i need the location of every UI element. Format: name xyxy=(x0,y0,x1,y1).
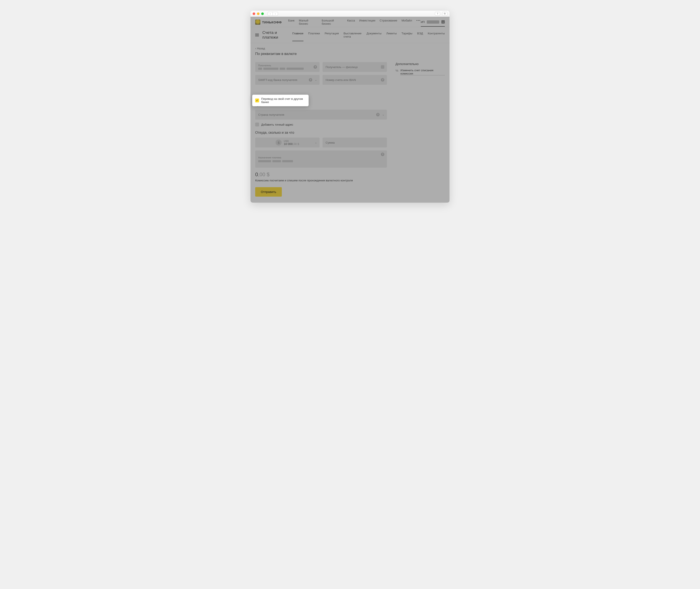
tab-documents[interactable]: Документы xyxy=(366,32,381,41)
tab-ved[interactable]: ВЭД xyxy=(417,32,423,41)
tab-limits[interactable]: Лимиты xyxy=(386,32,397,41)
topnav-item-small-biz[interactable]: Малый бизнес xyxy=(299,19,318,25)
section-from-heading: Откуда, сколько и за что xyxy=(255,131,387,135)
own-account-label: Перевод на свой счет в другом банке xyxy=(261,97,306,104)
help-icon[interactable]: ? xyxy=(381,153,384,156)
window-titlebar: ‹ › ⇪ ⧉ xyxy=(251,11,449,17)
currency-amount-main: 10 000 xyxy=(284,142,293,146)
user-menu[interactable]: ИП ...... ⌄ xyxy=(421,20,445,27)
currency-code: USD xyxy=(284,140,299,142)
window-minimize-button[interactable] xyxy=(257,12,260,15)
topnav-item-big-biz[interactable]: Большой бизнес xyxy=(322,19,343,25)
swift-field[interactable]: SWIFT-код банка получателя ? ⌄ xyxy=(255,75,320,85)
back-link[interactable]: ‹ Назад xyxy=(255,47,445,50)
percent-icon: % xyxy=(395,69,398,72)
window-maximize-button[interactable] xyxy=(261,12,264,15)
recipient-label: Получатель xyxy=(258,64,271,67)
add-address-checkbox[interactable] xyxy=(255,123,259,127)
sum-field[interactable]: Сумма xyxy=(323,138,387,148)
submit-button[interactable]: Отправить xyxy=(255,187,282,197)
topnav-more-icon[interactable]: ••• xyxy=(416,19,420,25)
change-commission-account-link[interactable]: Изменить счет списания комиссии xyxy=(400,69,445,75)
recipient-type-label: Получатель — физлицо xyxy=(326,65,358,69)
tab-counterparties[interactable]: Контрагенты xyxy=(428,32,445,41)
own-account-checkbox-row[interactable]: Перевод на свой счет в другом банке xyxy=(252,95,309,106)
page-title: По реквизитам в валюте xyxy=(255,52,445,56)
tab-reputation[interactable]: Репутация xyxy=(325,32,339,41)
help-icon[interactable]: ? xyxy=(314,65,317,69)
help-icon[interactable]: ? xyxy=(309,78,312,81)
sub-nav: Счета и платежи Главное Платежи Репутаци… xyxy=(251,27,449,43)
topnav-item-bank[interactable]: Банк xyxy=(288,19,295,25)
own-account-checkbox[interactable] xyxy=(255,99,259,103)
sidebar-title: Дополнительно xyxy=(395,62,445,66)
currency-account-field[interactable]: $ USD 10 000,00 $ ⌄ xyxy=(255,138,320,148)
tab-payments[interactable]: Платежи xyxy=(308,32,320,41)
window-close-button[interactable] xyxy=(253,12,255,15)
tabs-button[interactable]: ⧉ xyxy=(442,12,447,16)
tab-tariffs[interactable]: Тарифы xyxy=(401,32,412,41)
top-nav: ТИНЬКОФФ Банк Малый бизнес Большой бизне… xyxy=(251,17,449,27)
recipient-field[interactable]: Получатель ? xyxy=(255,62,320,72)
chevron-down-icon: ⌄ xyxy=(315,78,317,81)
chevron-down-icon: ⌄ xyxy=(382,113,384,116)
currency-amount-decimal: ,00 $ xyxy=(293,142,299,146)
section-title: Счета и платежи xyxy=(262,30,292,40)
tab-invoice[interactable]: Выставление счета xyxy=(344,32,362,41)
hamburger-menu-icon[interactable] xyxy=(255,34,259,36)
brand-name: ТИНЬКОФФ xyxy=(262,20,282,24)
tab-main[interactable]: Главное xyxy=(292,32,304,41)
swift-label: SWIFT-код банка получателя xyxy=(258,78,297,81)
share-button[interactable]: ⇪ xyxy=(435,12,440,16)
recipient-type-field[interactable]: Получатель — физлицо xyxy=(323,62,387,72)
chevron-down-icon: ⌄ xyxy=(315,141,317,144)
topnav-item-mobile[interactable]: Мобайл xyxy=(401,19,412,25)
country-field[interactable]: Страна получателя ? ⌄ xyxy=(255,110,387,120)
total-amount: 0,00 $ xyxy=(255,172,387,178)
add-address-checkbox-row[interactable]: Добавить точный адрес xyxy=(255,123,387,127)
user-prefix: ИП xyxy=(421,20,425,24)
help-icon[interactable]: ? xyxy=(376,113,380,116)
chevron-left-icon: ‹ xyxy=(255,47,256,50)
topnav-item-kassa[interactable]: Касса xyxy=(347,19,355,25)
brand-logo[interactable]: ТИНЬКОФФ xyxy=(255,20,282,25)
nav-forward-button[interactable]: › xyxy=(273,12,278,16)
topnav-item-insurance[interactable]: Страхование xyxy=(380,19,397,25)
purpose-field[interactable]: Назначение платежа ? xyxy=(255,151,387,168)
help-icon[interactable]: ? xyxy=(381,78,384,81)
country-label: Страна получателя xyxy=(258,113,284,116)
iban-field[interactable]: Номер счета или IBAN ? xyxy=(323,75,387,85)
purpose-label: Назначение платежа xyxy=(258,156,281,159)
dollar-icon: $ xyxy=(276,140,282,146)
nav-back-button[interactable]: ‹ xyxy=(268,12,273,16)
user-name-redacted: ...... xyxy=(427,20,439,24)
add-address-label: Добавить точный адрес xyxy=(261,123,293,126)
commission-note: Комиссию посчитаем и спишем после прохож… xyxy=(255,179,387,182)
sum-label: Сумма xyxy=(326,141,335,144)
recipient-type-toggle[interactable] xyxy=(381,65,384,69)
chevron-down-icon: ⌄ xyxy=(441,20,445,24)
iban-label: Номер счета или IBAN xyxy=(326,78,356,81)
logo-emblem-icon xyxy=(255,20,260,25)
topnav-item-invest[interactable]: Инвестиции xyxy=(359,19,375,25)
